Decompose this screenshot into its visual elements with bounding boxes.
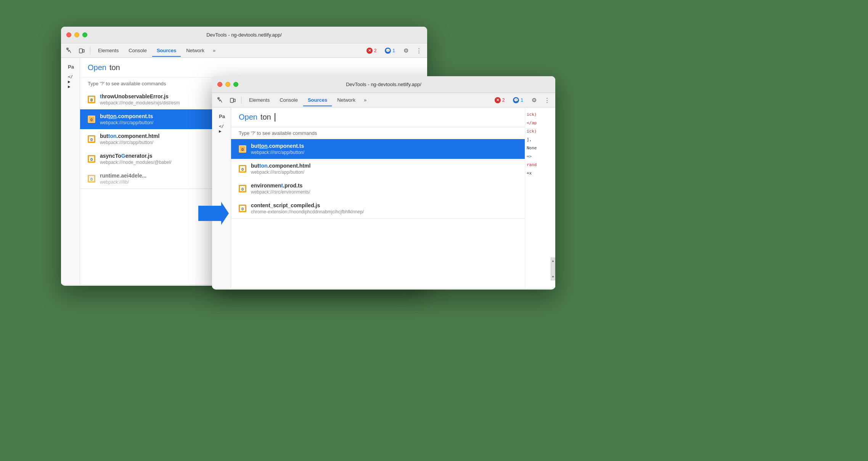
result-item-3-front[interactable]: environment.prod.ts webpack:///src/envir… xyxy=(231,179,525,198)
content-front: Pa </ ▶ Open ton Type '?' to see availab… xyxy=(212,107,555,288)
tree-front: </ ▶ xyxy=(215,122,228,135)
error-number-front: 2 xyxy=(502,98,505,103)
command-input-row-front[interactable]: Open ton xyxy=(231,107,525,127)
titlebar-back: DevTools - ng-devtools.netlify.app/ xyxy=(61,27,427,43)
result-text-1-front: button.component.ts webpack:///src/app/b… xyxy=(251,143,304,155)
result-item-4-front[interactable]: content_script_compiled.js chrome-extens… xyxy=(231,198,525,218)
result-text-2-front: button.component.html webpack:///src/app… xyxy=(251,163,310,175)
sidebar-back: Pa </ ▶ ▶ xyxy=(61,58,80,284)
code-line-4: ], xyxy=(527,136,554,144)
error-number-back: 2 xyxy=(374,48,377,53)
message-count-front[interactable]: 💬 1 xyxy=(510,96,526,104)
devtools-window-front: DevTools - ng-devtools.netlify.app/ Elem… xyxy=(212,76,555,290)
result-path-4-front: chrome-extension://noondiphcddnnabmjcihc… xyxy=(251,209,364,214)
minimize-button-front[interactable] xyxy=(225,82,230,87)
file-icon-inner-1-front xyxy=(239,146,246,152)
more-tabs-back[interactable]: » xyxy=(210,46,219,55)
toolbar-front: Elements Console Sources Network » ✕ 2 💬… xyxy=(212,93,555,107)
tab-console-front[interactable]: Console xyxy=(275,96,302,104)
fullscreen-button-back[interactable] xyxy=(82,32,87,37)
window-title-back: DevTools - ng-devtools.netlify.app/ xyxy=(206,32,282,38)
open-label-back: Open xyxy=(88,63,106,72)
error-count-back[interactable]: ✕ 2 xyxy=(363,46,380,55)
sidebar-front: Pa </ ▶ xyxy=(212,107,231,288)
more-options-front[interactable]: ⋮ xyxy=(542,95,552,106)
device-icon-front[interactable] xyxy=(227,95,238,106)
scroll-down-front[interactable]: ▼ xyxy=(551,274,555,280)
code-line-6: => xyxy=(527,152,554,161)
toolbar-right-front: ✕ 2 💬 1 ⚙ ⋮ xyxy=(492,95,552,106)
code-line-5: None xyxy=(527,144,554,152)
command-hint-front: Type '?' to see available commands xyxy=(231,127,525,139)
main-area-front: Open ton Type '?' to see available comma… xyxy=(231,107,525,288)
command-palette-front: Open ton Type '?' to see available comma… xyxy=(231,107,525,219)
error-count-front[interactable]: ✕ 2 xyxy=(492,96,508,104)
result-text-1-back: throwUnobservableError.js webpack:///nod… xyxy=(100,93,180,106)
svg-rect-3 xyxy=(90,98,93,101)
file-icon-5-back xyxy=(88,175,95,182)
result-filename-1-back: throwUnobservableError.js xyxy=(100,93,180,99)
inspect-icon-front[interactable] xyxy=(215,95,226,106)
result-item-2-front[interactable]: button.component.html webpack:///src/app… xyxy=(231,159,525,179)
message-icon-front: 💬 xyxy=(513,97,519,103)
toolbar-right-back: ✕ 2 💬 1 ⚙ ⋮ xyxy=(363,45,424,56)
file-icon-1-back: {} xyxy=(88,96,95,103)
svg-rect-8 xyxy=(234,99,235,102)
result-filename-3-front: environment.prod.ts xyxy=(251,182,310,189)
file-icon-1-front xyxy=(239,145,246,153)
result-text-4-front: content_script_compiled.js chrome-extens… xyxy=(251,202,364,214)
window-title-front: DevTools - ng-devtools.netlify.app/ xyxy=(346,82,421,87)
tab-sources-back[interactable]: Sources xyxy=(152,46,181,55)
tab-console-back[interactable]: Console xyxy=(124,46,151,55)
message-count-back[interactable]: 💬 1 xyxy=(382,46,398,55)
code-line-2: </ap xyxy=(527,119,554,127)
svg-rect-1 xyxy=(79,49,82,53)
typed-text-back: ton xyxy=(109,63,120,72)
tab-network-front[interactable]: Network xyxy=(333,96,360,104)
settings-icon-front[interactable]: ⚙ xyxy=(529,95,539,106)
scrollbar-front[interactable]: ▲ ▼ xyxy=(551,258,555,280)
result-filename-2-back: button.component.ts xyxy=(100,113,153,119)
result-path-1-back: webpack:///node_modules/rxjs/dist/esm xyxy=(100,100,180,106)
file-icon-3-front xyxy=(239,185,246,192)
minimize-button-back[interactable] xyxy=(74,32,79,37)
tab-sources-front[interactable]: Sources xyxy=(303,96,332,104)
result-text-3-front: environment.prod.ts webpack:///src/envir… xyxy=(251,182,310,195)
fullscreen-button-front[interactable] xyxy=(233,82,238,87)
more-tabs-front[interactable]: » xyxy=(361,96,370,104)
file-icon-3-back xyxy=(88,135,95,143)
code-line-7: rand xyxy=(527,161,554,169)
result-path-3-back: webpack:///src/app/button/ xyxy=(100,140,159,145)
settings-icon-back[interactable]: ⚙ xyxy=(400,45,411,56)
scroll-up-front[interactable]: ▲ xyxy=(551,258,555,264)
code-line-1: ick) xyxy=(527,110,554,119)
traffic-lights-front xyxy=(217,82,238,87)
svg-marker-5 xyxy=(198,202,229,225)
code-line-8: +x xyxy=(527,169,554,178)
close-button-back[interactable] xyxy=(66,32,71,37)
message-number-back: 1 xyxy=(392,48,395,53)
file-icon-4-back xyxy=(88,155,95,163)
file-icon-inner-3-front xyxy=(239,185,246,192)
tab-elements-front[interactable]: Elements xyxy=(244,96,274,104)
tab-elements-back[interactable]: Elements xyxy=(93,46,123,55)
command-results-front: button.component.ts webpack:///src/app/b… xyxy=(231,139,525,218)
result-path-5-back: webpack:///lib/ xyxy=(100,179,146,185)
device-icon[interactable] xyxy=(76,45,87,56)
result-path-1-front: webpack:///src/app/button/ xyxy=(251,150,304,155)
more-options-back[interactable]: ⋮ xyxy=(413,45,424,56)
inspect-icon[interactable] xyxy=(64,45,75,56)
tab-network-back[interactable]: Network xyxy=(182,46,209,55)
titlebar-front: DevTools - ng-devtools.netlify.app/ xyxy=(212,76,555,93)
sidebar-label-front: Pa xyxy=(215,110,228,122)
result-filename-5-back: runtime.aei4dele... xyxy=(100,173,146,179)
open-label-front: Open xyxy=(239,113,257,122)
toolbar-tabs-front: Elements Console Sources Network » xyxy=(244,96,490,104)
result-filename-4-front: content_script_compiled.js xyxy=(251,202,364,208)
toolbar-back: Elements Console Sources Network » ✕ 2 💬… xyxy=(61,43,427,58)
svg-rect-2 xyxy=(83,50,84,52)
result-item-1-front[interactable]: button.component.ts webpack:///src/app/b… xyxy=(231,139,525,159)
sidebar-label-back: Pa xyxy=(64,61,77,73)
toolbar-divider-front xyxy=(241,96,241,104)
close-button-front[interactable] xyxy=(217,82,222,87)
